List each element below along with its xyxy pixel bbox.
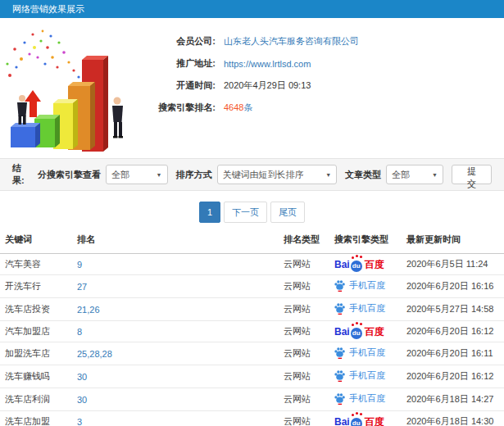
updated-cell: 2020年5月27日 14:58 — [402, 298, 504, 321]
open-time-label: 开通时间: — [152, 79, 216, 92]
baidu-logo-icon: Baidu百度 — [334, 416, 384, 426]
mobile-baidu-icon: 手机百度 — [334, 279, 385, 292]
table-body: 汽车美容9云网站Baidu百度2020年6月5日 11:24开洗车行27云网站手… — [0, 254, 504, 426]
engine-cell: Baidu百度 — [329, 254, 402, 275]
rank-type-cell: 云网站 — [279, 321, 329, 342]
rank-cell: 8 — [72, 321, 279, 342]
info-section: 会员公司: 山东老人头汽车服务咨询有限公司 推广地址: https://www.… — [0, 18, 504, 158]
table-row: 洗车店利润30云网站手机百度2020年6月18日 14:27 — [0, 388, 504, 411]
engine-cell: Baidu百度 — [329, 411, 402, 426]
filter-controls: 分搜索引擎查看 全部 ▼ 排序方式 关键词由短到长排序 ▼ 文章类型 全部 ▼ … — [30, 165, 492, 184]
page-header: 网络营销效果展示 — [0, 0, 504, 18]
table-header: 关键词 排名 排名类型 搜索引擎类型 最新更新时间 — [0, 226, 504, 254]
rank-cell: 27 — [72, 275, 279, 298]
column-header-updated: 最新更新时间 — [402, 226, 504, 254]
bar-blue — [11, 123, 40, 147]
engine-cell: 手机百度 — [329, 365, 402, 388]
rank-link[interactable]: 30 — [77, 372, 87, 382]
rank-cell: 9 — [72, 254, 279, 275]
updated-cell: 2020年6月18日 14:27 — [402, 388, 504, 411]
baidu-logo-icon: Baidu百度 — [334, 326, 384, 338]
info-row-rank: 搜索引擎排名: 4648条 — [152, 97, 359, 119]
table-row: 加盟洗车店25,28,28云网站手机百度2020年6月20日 16:11 — [0, 342, 504, 365]
info-row-company: 会员公司: 山东老人头汽车服务咨询有限公司 — [152, 30, 359, 52]
paw-icon — [334, 279, 345, 292]
businessman-left — [17, 95, 27, 125]
rank-link[interactable]: 27 — [77, 282, 87, 292]
article-type-label: 文章类型 — [345, 169, 381, 181]
keyword-cell: 加盟洗车店 — [0, 342, 72, 365]
paw-icon — [334, 347, 345, 359]
rank-type-cell: 云网站 — [279, 411, 329, 426]
updated-cell: 2020年6月20日 16:11 — [402, 342, 504, 365]
last-page-button[interactable]: 尾页 — [270, 202, 305, 223]
paw-toes-icon — [352, 324, 354, 326]
chevron-down-icon: ▼ — [157, 172, 162, 178]
rank-link[interactable]: 8 — [77, 327, 82, 337]
sort-select[interactable]: 关键词由短到长排序 ▼ — [217, 165, 338, 184]
mobile-baidu-icon: 手机百度 — [334, 347, 385, 359]
keyword-cell: 洗车店利润 — [0, 388, 72, 411]
article-type-selected: 全部 — [392, 169, 410, 181]
paw-icon — [334, 369, 345, 382]
rank-cell: 3 — [72, 411, 279, 426]
keyword-cell: 开洗车行 — [0, 275, 72, 298]
promo-url-link[interactable]: https://www.lrtlsd.com — [224, 59, 311, 69]
rank-cell: 25,28,28 — [72, 342, 279, 365]
engine-cell: 手机百度 — [329, 298, 402, 321]
confetti-dots — [6, 30, 79, 79]
rank-type-cell: 云网站 — [279, 298, 329, 321]
paw-toes-icon — [352, 256, 354, 259]
baidu-logo-icon: Baidu百度 — [334, 259, 384, 270]
growth-chart-image — [0, 25, 152, 152]
table-row: 开洗车行27云网站手机百度2020年6月20日 16:16 — [0, 275, 504, 298]
rank-type-cell: 云网站 — [279, 342, 329, 365]
keyword-cell: 洗车赚钱吗 — [0, 365, 72, 388]
info-row-open-time: 开通时间: 2020年4月29日 09:13 — [152, 75, 359, 97]
businessman-right — [112, 97, 123, 138]
rank-link[interactable]: 9 — [77, 260, 82, 270]
page-title: 网络营销效果展示 — [12, 4, 84, 14]
rank-link[interactable]: 25,28,28 — [77, 349, 112, 359]
column-header-rank: 排名 — [72, 226, 279, 254]
article-type-select[interactable]: 全部 ▼ — [386, 165, 443, 184]
updated-cell: 2020年6月20日 16:16 — [402, 275, 504, 298]
rank-link[interactable]: 21,26 — [77, 305, 100, 315]
chevron-down-icon: ▼ — [325, 172, 331, 178]
engine-cell: Baidu百度 — [329, 321, 402, 342]
engine-filter-label: 分搜索引擎查看 — [38, 169, 101, 181]
table-row: 汽车加盟店8云网站Baidu百度2020年6月20日 16:12 — [0, 321, 504, 342]
engine-filter-selected: 全部 — [111, 169, 129, 181]
engine-filter-select[interactable]: 全部 ▼ — [106, 165, 168, 184]
next-page-button[interactable]: 下一页 — [224, 202, 267, 223]
table-row: 洗车店加盟3云网站Baidu百度2020年6月18日 14:30 — [0, 411, 504, 426]
column-header-keyword: 关键词 — [0, 226, 72, 254]
rank-link[interactable]: 3 — [77, 417, 82, 426]
engine-cell: 手机百度 — [329, 342, 402, 365]
submit-button[interactable]: 提交 — [452, 165, 492, 184]
paw-icon — [334, 392, 345, 405]
engine-rank-value[interactable]: 4648条 — [224, 102, 252, 114]
mobile-baidu-icon: 手机百度 — [334, 392, 385, 405]
rank-cell: 21,26 — [72, 298, 279, 321]
engine-rank-label: 搜索引擎排名: — [152, 102, 216, 114]
filter-bar: 结果: 分搜索引擎查看 全部 ▼ 排序方式 关键词由短到长排序 ▼ 文章类型 全… — [0, 158, 504, 191]
keyword-cell: 洗车店加盟 — [0, 411, 72, 426]
rank-cell: 30 — [72, 388, 279, 411]
table-row: 汽车美容9云网站Baidu百度2020年6月5日 11:24 — [0, 254, 504, 275]
engine-cell: 手机百度 — [329, 275, 402, 298]
sort-selected: 关键词由短到长排序 — [223, 169, 304, 181]
rank-unit: 条 — [243, 102, 252, 112]
ranking-table: 关键词 排名 排名类型 搜索引擎类型 最新更新时间 汽车美容9云网站Baidu百… — [0, 226, 504, 426]
page-1-button[interactable]: 1 — [199, 202, 220, 223]
keyword-cell: 汽车美容 — [0, 254, 72, 275]
bar-chart-illustration — [0, 25, 152, 153]
table-row: 洗车店投资21,26云网站手机百度2020年5月27日 14:58 — [0, 298, 504, 321]
column-header-rank-type: 排名类型 — [279, 226, 329, 254]
rank-cell: 30 — [72, 365, 279, 388]
paw-icon — [334, 302, 345, 315]
updated-cell: 2020年6月20日 16:12 — [402, 321, 504, 342]
company-link[interactable]: 山东老人头汽车服务咨询有限公司 — [224, 35, 359, 48]
rank-link[interactable]: 30 — [77, 395, 87, 405]
updated-cell: 2020年6月5日 11:24 — [402, 254, 504, 275]
